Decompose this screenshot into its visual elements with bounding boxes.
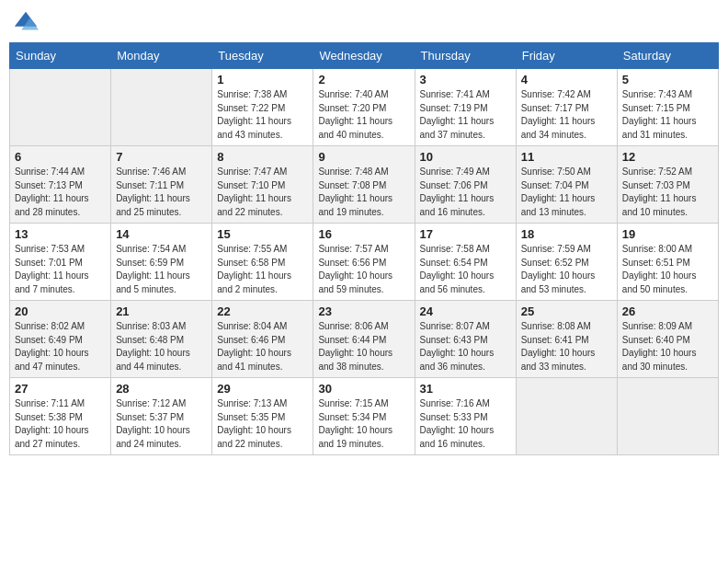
calendar-day-cell: 1Sunrise: 7:38 AMSunset: 7:22 PMDaylight…: [212, 69, 313, 146]
calendar-day-cell: 18Sunrise: 7:59 AMSunset: 6:52 PMDayligh…: [516, 224, 617, 301]
day-number: 26: [622, 304, 713, 318]
calendar-day-cell: 4Sunrise: 7:42 AMSunset: 7:17 PMDaylight…: [516, 69, 617, 146]
day-number: 13: [15, 227, 106, 241]
calendar-day-cell: 7Sunrise: 7:46 AMSunset: 7:11 PMDaylight…: [111, 146, 212, 224]
day-number: 22: [217, 304, 308, 318]
day-info: Sunrise: 7:41 AMSunset: 7:19 PMDaylight:…: [420, 88, 511, 142]
calendar-day-cell: [10, 69, 111, 146]
day-info: Sunrise: 7:43 AMSunset: 7:15 PMDaylight:…: [622, 88, 713, 142]
day-number: 30: [318, 382, 409, 396]
calendar-table: SundayMondayTuesdayWednesdayThursdayFrid…: [9, 42, 719, 455]
calendar-day-cell: 27Sunrise: 7:11 AMSunset: 5:38 PMDayligh…: [10, 378, 111, 455]
logo-icon: [13, 9, 39, 35]
day-info: Sunrise: 7:52 AMSunset: 7:03 PMDaylight:…: [622, 166, 713, 219]
day-info: Sunrise: 7:46 AMSunset: 7:11 PMDaylight:…: [116, 166, 207, 219]
weekday-header: Saturday: [617, 43, 718, 69]
day-number: 17: [420, 227, 511, 241]
day-number: 19: [622, 227, 713, 241]
day-number: 25: [521, 304, 612, 318]
day-info: Sunrise: 8:09 AMSunset: 6:40 PMDaylight:…: [622, 320, 713, 373]
weekday-header: Monday: [111, 43, 212, 69]
day-number: 31: [420, 382, 511, 396]
day-info: Sunrise: 8:03 AMSunset: 6:48 PMDaylight:…: [116, 320, 207, 373]
day-info: Sunrise: 7:47 AMSunset: 7:10 PMDaylight:…: [217, 166, 308, 219]
day-number: 21: [116, 304, 207, 318]
day-number: 27: [15, 382, 106, 396]
day-info: Sunrise: 7:54 AMSunset: 6:59 PMDaylight:…: [116, 243, 207, 296]
page-header: [9, 9, 719, 35]
day-number: 5: [622, 73, 713, 86]
day-info: Sunrise: 7:40 AMSunset: 7:20 PMDaylight:…: [318, 88, 409, 142]
day-number: 3: [420, 73, 511, 86]
day-info: Sunrise: 7:53 AMSunset: 7:01 PMDaylight:…: [15, 243, 106, 296]
calendar-day-cell: 11Sunrise: 7:50 AMSunset: 7:04 PMDayligh…: [516, 146, 617, 224]
weekday-header: Friday: [516, 43, 617, 69]
calendar-day-cell: 31Sunrise: 7:16 AMSunset: 5:33 PMDayligh…: [415, 378, 516, 455]
day-number: 6: [15, 150, 106, 164]
calendar-day-cell: 10Sunrise: 7:49 AMSunset: 7:06 PMDayligh…: [415, 146, 516, 224]
day-info: Sunrise: 7:57 AMSunset: 6:56 PMDaylight:…: [318, 243, 409, 296]
calendar-week-row: 13Sunrise: 7:53 AMSunset: 7:01 PMDayligh…: [10, 224, 719, 301]
day-info: Sunrise: 7:59 AMSunset: 6:52 PMDaylight:…: [521, 243, 612, 296]
day-number: 11: [521, 150, 612, 164]
calendar-day-cell: 28Sunrise: 7:12 AMSunset: 5:37 PMDayligh…: [111, 378, 212, 455]
calendar-day-cell: [111, 69, 212, 146]
day-number: 18: [521, 227, 612, 241]
day-info: Sunrise: 7:12 AMSunset: 5:37 PMDaylight:…: [116, 397, 207, 451]
day-number: 15: [217, 227, 308, 241]
day-number: 24: [420, 304, 511, 318]
calendar-day-cell: [617, 378, 718, 455]
calendar-week-row: 27Sunrise: 7:11 AMSunset: 5:38 PMDayligh…: [10, 378, 719, 455]
calendar-day-cell: 5Sunrise: 7:43 AMSunset: 7:15 PMDaylight…: [617, 69, 718, 146]
day-info: Sunrise: 8:00 AMSunset: 6:51 PMDaylight:…: [622, 243, 713, 296]
day-number: 7: [116, 150, 207, 164]
day-number: 29: [217, 382, 308, 396]
day-number: 28: [116, 382, 207, 396]
day-info: Sunrise: 7:44 AMSunset: 7:13 PMDaylight:…: [15, 166, 106, 219]
weekday-header: Sunday: [10, 43, 111, 69]
day-info: Sunrise: 7:42 AMSunset: 7:17 PMDaylight:…: [521, 88, 612, 142]
day-info: Sunrise: 8:06 AMSunset: 6:44 PMDaylight:…: [318, 320, 409, 373]
calendar-day-cell: 2Sunrise: 7:40 AMSunset: 7:20 PMDaylight…: [313, 69, 415, 146]
day-info: Sunrise: 7:38 AMSunset: 7:22 PMDaylight:…: [217, 88, 308, 142]
day-info: Sunrise: 8:08 AMSunset: 6:41 PMDaylight:…: [521, 320, 612, 373]
day-info: Sunrise: 8:07 AMSunset: 6:43 PMDaylight:…: [420, 320, 511, 373]
calendar-day-cell: [516, 378, 617, 455]
day-info: Sunrise: 7:16 AMSunset: 5:33 PMDaylight:…: [420, 397, 511, 451]
calendar-day-cell: 16Sunrise: 7:57 AMSunset: 6:56 PMDayligh…: [313, 224, 415, 301]
day-number: 23: [318, 304, 409, 318]
day-number: 1: [217, 73, 308, 86]
day-info: Sunrise: 7:49 AMSunset: 7:06 PMDaylight:…: [420, 166, 511, 219]
day-info: Sunrise: 7:58 AMSunset: 6:54 PMDaylight:…: [420, 243, 511, 296]
weekday-header: Tuesday: [212, 43, 313, 69]
day-info: Sunrise: 8:02 AMSunset: 6:49 PMDaylight:…: [15, 320, 106, 373]
calendar-day-cell: 30Sunrise: 7:15 AMSunset: 5:34 PMDayligh…: [313, 378, 415, 455]
calendar-day-cell: 6Sunrise: 7:44 AMSunset: 7:13 PMDaylight…: [10, 146, 111, 224]
calendar-day-cell: 25Sunrise: 8:08 AMSunset: 6:41 PMDayligh…: [516, 301, 617, 378]
calendar-day-cell: 23Sunrise: 8:06 AMSunset: 6:44 PMDayligh…: [313, 301, 415, 378]
day-number: 20: [15, 304, 106, 318]
day-info: Sunrise: 7:50 AMSunset: 7:04 PMDaylight:…: [521, 166, 612, 219]
calendar-day-cell: 15Sunrise: 7:55 AMSunset: 6:58 PMDayligh…: [212, 224, 313, 301]
calendar-day-cell: 29Sunrise: 7:13 AMSunset: 5:35 PMDayligh…: [212, 378, 313, 455]
calendar-day-cell: 20Sunrise: 8:02 AMSunset: 6:49 PMDayligh…: [10, 301, 111, 378]
calendar-week-row: 1Sunrise: 7:38 AMSunset: 7:22 PMDaylight…: [10, 69, 719, 146]
calendar-day-cell: 22Sunrise: 8:04 AMSunset: 6:46 PMDayligh…: [212, 301, 313, 378]
day-number: 2: [318, 73, 409, 86]
calendar-day-cell: 19Sunrise: 8:00 AMSunset: 6:51 PMDayligh…: [617, 224, 718, 301]
day-info: Sunrise: 7:15 AMSunset: 5:34 PMDaylight:…: [318, 397, 409, 451]
calendar-day-cell: 21Sunrise: 8:03 AMSunset: 6:48 PMDayligh…: [111, 301, 212, 378]
calendar-day-cell: 14Sunrise: 7:54 AMSunset: 6:59 PMDayligh…: [111, 224, 212, 301]
calendar-day-cell: 13Sunrise: 7:53 AMSunset: 7:01 PMDayligh…: [10, 224, 111, 301]
day-number: 8: [217, 150, 308, 164]
weekday-header: Thursday: [415, 43, 516, 69]
calendar-day-cell: 26Sunrise: 8:09 AMSunset: 6:40 PMDayligh…: [617, 301, 718, 378]
day-number: 12: [622, 150, 713, 164]
calendar-day-cell: 9Sunrise: 7:48 AMSunset: 7:08 PMDaylight…: [313, 146, 415, 224]
calendar-week-row: 20Sunrise: 8:02 AMSunset: 6:49 PMDayligh…: [10, 301, 719, 378]
day-number: 16: [318, 227, 409, 241]
weekday-header-row: SundayMondayTuesdayWednesdayThursdayFrid…: [10, 43, 719, 69]
weekday-header: Wednesday: [313, 43, 415, 69]
day-info: Sunrise: 8:04 AMSunset: 6:46 PMDaylight:…: [217, 320, 308, 373]
day-info: Sunrise: 7:55 AMSunset: 6:58 PMDaylight:…: [217, 243, 308, 296]
